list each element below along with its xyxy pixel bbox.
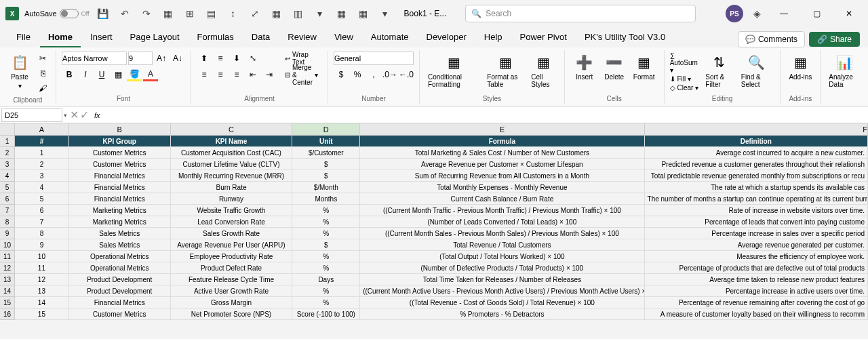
cell-formula[interactable]: Sum of Recurring Revenue from All Custom… <box>360 170 644 182</box>
sort-filter-button[interactable]: ⇅Sort & Filter <box>703 52 735 92</box>
cell-unit[interactable]: Score (-100 to 100) <box>292 308 360 320</box>
cell-definition[interactable]: Predicted revenue a customer generates t… <box>645 159 868 170</box>
select-all-corner[interactable] <box>0 123 15 136</box>
cell-group[interactable]: Marketing Metrics <box>69 216 171 228</box>
row-header[interactable]: 8 <box>0 216 15 228</box>
tab-automate[interactable]: Automate <box>363 28 417 47</box>
decrease-font-icon[interactable]: A↓ <box>170 52 185 65</box>
row-header[interactable]: 2 <box>0 147 15 159</box>
cell-kpi-name[interactable]: Active User Growth Rate <box>171 285 293 297</box>
qat-icon-9[interactable]: ▦ <box>334 5 350 22</box>
row-header[interactable]: 13 <box>0 274 15 285</box>
cut-icon[interactable]: ✂ <box>35 52 50 65</box>
cell-num[interactable]: 12 <box>15 274 69 285</box>
cell-unit[interactable]: Months <box>292 193 360 205</box>
align-top-icon[interactable]: ⬆ <box>197 52 212 65</box>
cell-unit[interactable]: Days <box>292 274 360 285</box>
cell-formula[interactable]: ((Current Month Sales - Previous Month S… <box>360 228 644 239</box>
underline-button[interactable]: U <box>94 68 109 81</box>
row-header[interactable]: 11 <box>0 251 15 262</box>
col-header-E[interactable]: E <box>360 123 644 136</box>
cell-definition[interactable]: Rate of increase in website visitors ove… <box>645 205 868 216</box>
align-left-icon[interactable]: ≡ <box>197 68 212 81</box>
number-format-select[interactable] <box>334 52 414 65</box>
cell-formula[interactable]: (Number of Leads Converted / Total Leads… <box>360 216 644 228</box>
cell-formula[interactable]: Average Revenue per Customer × Customer … <box>360 159 644 170</box>
cell-kpi-name[interactable]: Gross Margin <box>171 297 293 308</box>
cell-group[interactable]: Sales Metrics <box>69 239 171 251</box>
row-header[interactable]: 10 <box>0 239 15 251</box>
row-header[interactable]: 4 <box>0 170 15 182</box>
qat-icon-2[interactable]: ⊞ <box>182 5 198 22</box>
tab-page-layout[interactable]: Page Layout <box>122 28 188 47</box>
align-center-icon[interactable]: ≡ <box>213 68 228 81</box>
cell-group[interactable]: Operational Metrics <box>69 262 171 274</box>
cell-formula[interactable]: Total Time Taken for Releases / Number o… <box>360 274 644 285</box>
row-header[interactable]: 6 <box>0 193 15 205</box>
cell-group[interactable]: Customer Metrics <box>69 308 171 320</box>
insert-button[interactable]: ➕Insert <box>570 52 599 82</box>
cell-group[interactable]: Financial Metrics <box>69 170 171 182</box>
cell-styles-button[interactable]: ▦Cell Styles <box>528 52 558 89</box>
cell-num[interactable]: 13 <box>15 285 69 297</box>
cell-group[interactable]: Sales Metrics <box>69 228 171 239</box>
cell-num[interactable]: 14 <box>15 297 69 308</box>
decrease-decimal-icon[interactable]: ←.0 <box>399 68 414 81</box>
cell-group[interactable]: Financial Metrics <box>69 193 171 205</box>
header-num[interactable]: # <box>15 136 69 147</box>
qat-icon-7[interactable]: ▥ <box>290 5 307 22</box>
format-painter-icon[interactable]: 🖌 <box>35 81 50 95</box>
row-header[interactable]: 7 <box>0 205 15 216</box>
decrease-indent-icon[interactable]: ⇤ <box>245 68 260 81</box>
bold-button[interactable]: B <box>62 68 77 81</box>
cell-num[interactable]: 7 <box>15 216 69 228</box>
comma-icon[interactable]: , <box>366 68 381 81</box>
cell-group[interactable]: Customer Metrics <box>69 159 171 170</box>
cell-unit[interactable]: % <box>292 251 360 262</box>
cell-definition[interactable]: Average cost incurred to acquire a new c… <box>645 147 868 159</box>
cell-num[interactable]: 9 <box>15 239 69 251</box>
qat-icon-8[interactable]: ▾ <box>312 5 328 22</box>
tab-insert[interactable]: Insert <box>82 28 121 47</box>
header-formula[interactable]: Formula <box>360 136 644 147</box>
cell-kpi-name[interactable]: Feature Release Cycle Time <box>171 274 293 285</box>
format-button[interactable]: ▦Format <box>630 52 658 82</box>
cell-group[interactable]: Operational Metrics <box>69 251 171 262</box>
close-button[interactable]: ✕ <box>835 3 863 24</box>
cell-unit[interactable]: $ <box>292 170 360 182</box>
cell-definition[interactable]: The rate at which a startup spends its a… <box>645 182 868 193</box>
font-name-select[interactable] <box>62 52 127 65</box>
col-header-C[interactable]: C <box>171 123 293 136</box>
undo-icon[interactable]: ↶ <box>117 5 133 22</box>
fill-color-button[interactable]: 🪣 <box>127 68 142 81</box>
cell-definition[interactable]: Total predictable revenue generated mont… <box>645 170 868 182</box>
row-header[interactable]: 9 <box>0 228 15 239</box>
conditional-formatting-button[interactable]: ▦Conditional Formatting <box>425 52 483 89</box>
row-header[interactable]: 15 <box>0 297 15 308</box>
autosum-button[interactable]: ∑ AutoSum ▾ <box>670 52 701 74</box>
cell-definition[interactable]: Percentage of revenue remaining after co… <box>645 297 868 308</box>
cell-kpi-name[interactable]: Lead Conversion Rate <box>171 216 293 228</box>
cell-formula[interactable]: (Number of Defective Products / Total Pr… <box>360 262 644 274</box>
cell-kpi-name[interactable]: Net Promoter Score (NPS) <box>171 308 293 320</box>
cell-formula[interactable]: ((Current Month Traffic - Previous Month… <box>360 205 644 216</box>
name-box[interactable] <box>1 108 62 122</box>
align-right-icon[interactable]: ≡ <box>229 68 244 81</box>
addins-button[interactable]: ▦Add-ins <box>786 52 814 82</box>
cell-definition[interactable]: Percentage increase in active users over… <box>645 285 868 297</box>
cell-group[interactable]: Product Development <box>69 274 171 285</box>
align-bottom-icon[interactable]: ⬇ <box>229 52 244 65</box>
cell-num[interactable]: 5 <box>15 193 69 205</box>
cell-group[interactable]: Customer Metrics <box>69 147 171 159</box>
cell-group[interactable]: Marketing Metrics <box>69 205 171 216</box>
clear-button[interactable]: ◇ Clear ▾ <box>670 84 701 92</box>
row-header[interactable]: 12 <box>0 262 15 274</box>
cell-num[interactable]: 6 <box>15 205 69 216</box>
redo-icon[interactable]: ↷ <box>138 5 155 22</box>
qat-icon-6[interactable]: ▦ <box>269 5 285 22</box>
cell-kpi-name[interactable]: Monthly Recurring Revenue (MRR) <box>171 170 293 182</box>
cell-unit[interactable]: % <box>292 228 360 239</box>
tab-utility[interactable]: PK's Utility Tool V3.0 <box>576 28 673 47</box>
cell-unit[interactable]: $/Customer <box>292 147 360 159</box>
qat-icon-1[interactable]: ▦ <box>160 5 176 22</box>
